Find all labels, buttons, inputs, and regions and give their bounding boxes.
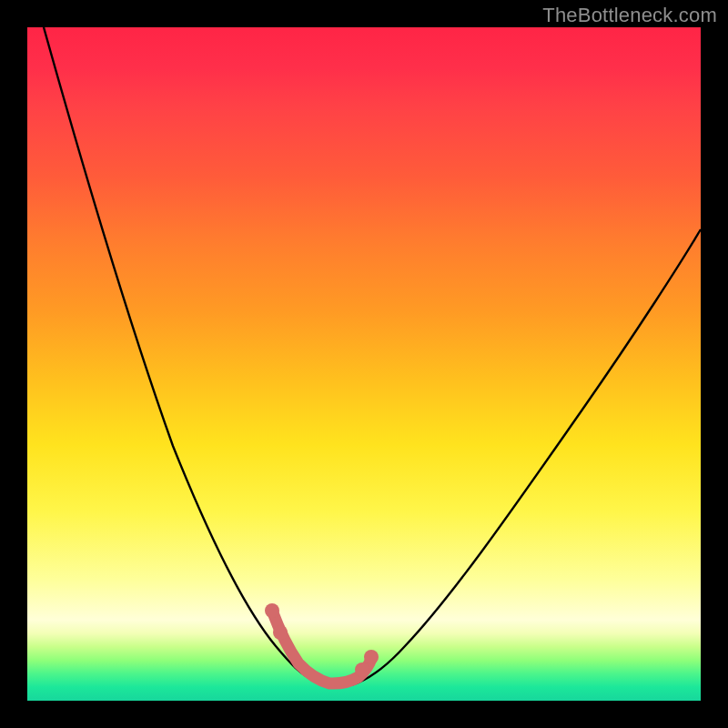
watermark-text: TheBottleneck.com bbox=[542, 4, 717, 27]
highlight-dot bbox=[273, 625, 288, 640]
chart-frame: TheBottleneck.com bbox=[0, 0, 728, 728]
highlight-dot bbox=[265, 603, 279, 618]
highlight-dot bbox=[355, 662, 369, 677]
bottleneck-curve bbox=[44, 27, 701, 687]
highlight-dot bbox=[364, 650, 379, 664]
curve-layer bbox=[27, 27, 701, 701]
plot-area bbox=[27, 27, 701, 701]
